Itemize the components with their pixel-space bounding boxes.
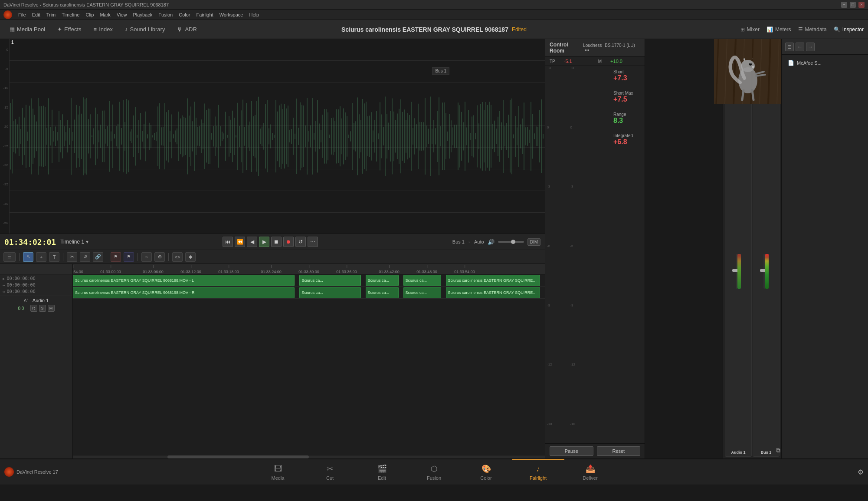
menu-item-edit[interactable]: Edit [32,12,40,17]
clip-2[interactable]: Sciurus ca... [299,275,360,286]
timeline-scrollbar[interactable] [73,455,545,458]
maximize-button[interactable]: □ [850,2,856,8]
meter-bars: +30-3-6-9-12-18 +30-3-6-9-12-18 [545,66,610,443]
skip-back-button[interactable]: ⏮ [223,237,233,247]
track-m-button[interactable]: M [48,305,55,312]
text-tool-button[interactable]: T [49,252,59,262]
clip-3[interactable]: Sciurus ca... [366,275,399,286]
clip-4[interactable]: Sciurus ca... [403,275,441,286]
clip-8[interactable]: Sciurus ca... [366,287,399,298]
clip-1[interactable]: Sciurus carolinensis EASTERN GRAY SQUIRR… [73,275,295,286]
link-button[interactable]: 🔗 [93,252,103,262]
menu-item-playback[interactable]: Playback [133,12,153,17]
in-icon-small: ↤ [3,283,5,287]
record-button[interactable]: ⏺ [283,237,294,247]
left-tracks-area: 0 -5 -10 -15 -20 -25 -30 -35 -40 -50 1 [0,39,545,458]
meters-button[interactable]: 📊 Meters [766,26,791,33]
menu-item-trim[interactable]: Trim [46,12,56,17]
menu-item-workspace[interactable]: Workspace [219,12,243,17]
track-r-button[interactable]: R [30,305,37,312]
timeline-ruler: 01:32:54:00 01:33:00:00 01:33:06:00 01:3… [73,264,545,274]
stop-button[interactable]: ⏹ [271,237,282,247]
blade-tool-button[interactable]: + [36,252,46,262]
mixer-label: Mixer [747,26,760,33]
close-button[interactable]: × [858,2,865,8]
loudness-values: Short +7.3 Short Max +7.5 Range 8.3 Inte… [610,66,645,443]
nav-edit[interactable]: 🎬 Edit [356,459,408,485]
keyframe-button[interactable]: <> [172,252,183,262]
tab-sound-library[interactable]: ♪ Sound Library [120,23,170,35]
clip-9[interactable]: Sciurus ca... [403,287,441,298]
pause-button[interactable]: Pause [550,446,593,456]
loop-button[interactable]: ↺ [295,237,306,247]
link2-button[interactable]: ⊕ [154,252,165,262]
play-back-button[interactable]: ◀ [247,237,257,247]
audio-track-lane-l: Sciurus carolinensis EASTERN GRAY SQUIRR… [73,274,545,287]
menu-item-view[interactable]: View [117,12,127,17]
inspector-back-button[interactable]: ← [796,43,804,51]
volume-slider[interactable] [498,241,524,243]
selector-tool-button[interactable]: ↖ [23,252,33,262]
clip-6[interactable]: Sciurus carolinensis EASTERN GRAY SQUIRR… [73,287,295,298]
inspector-nav-windows[interactable]: ⊟ [785,43,794,51]
nav-cut-label: Cut [326,475,334,481]
audio-fx-button[interactable]: ~ [141,252,152,262]
tab-index[interactable]: ≡ Index [88,23,118,35]
tab-media-pool[interactable]: ▦ Media Pool [4,23,50,35]
more-button[interactable]: ⋯ [308,237,318,247]
minimize-button[interactable]: − [841,2,847,8]
settings-button[interactable]: ⚙ [858,468,864,476]
fast-back-button[interactable]: ⏪ [235,237,245,247]
loudness-more[interactable]: ••• [585,48,590,53]
timeline-selector[interactable]: Timeline 1 ▾ [60,239,88,245]
menu-item-fusion[interactable]: Fusion [158,12,173,17]
inspector-forward-button[interactable]: → [806,43,815,51]
clip-10[interactable]: Sciurus carolinensis EASTERN GRAY SQUIRR… [446,287,540,298]
loop-edit-button[interactable]: ↺ [80,252,90,262]
reset-button[interactable]: Reset [597,446,641,456]
menu-item-fairlight[interactable]: Fairlight [197,12,213,17]
menu-item-help[interactable]: Help [249,12,259,17]
metadata-button[interactable]: ☰ Metadata [798,26,827,33]
menu-item-timeline[interactable]: Timeline [62,12,79,17]
timeline-dropdown-icon[interactable]: ▾ [86,239,88,245]
timecode-3: 00:00:00:00 [7,289,35,294]
nav-deliver[interactable]: 📤 Deliver [564,459,616,485]
menu-item-clip[interactable]: Clip [85,12,94,17]
clip-7[interactable]: Sciurus ca... [299,287,360,298]
menu-item-mark[interactable]: Mark [100,12,110,17]
ruler-mark-8: 01:33:42:00 [379,270,400,274]
marker-button[interactable]: ◆ [185,252,196,262]
timeline-scrollbar-thumb[interactable] [167,455,309,458]
volume-icon: 🔊 [488,239,495,245]
tab-adr[interactable]: 🎙 ADR [172,23,202,35]
track-header-collapse-button[interactable]: ☰ [3,252,16,262]
nav-fusion[interactable]: ⬡ Fusion [408,459,460,485]
toolbar-right: ⊞ Mixer 📊 Meters ☰ Metadata 🔍 Inspector [740,26,864,33]
sound-library-label: Sound Library [130,26,165,33]
mixer-button[interactable]: ⊞ Mixer [740,26,760,33]
flag-blue-button[interactable]: ⚑ [124,252,134,262]
track-s-button[interactable]: S [39,305,46,312]
inspector-button[interactable]: 🔍 Inspector [834,26,864,33]
dim-button[interactable]: DIM [527,238,540,246]
cut-icon: ✂ [327,464,333,474]
menu-item-color[interactable]: Color [179,12,190,17]
nav-media[interactable]: 🎞 Media [252,459,304,485]
nav-fairlight[interactable]: ♪ Fairlight [512,459,564,485]
m-value: +10.0 [610,59,622,64]
inspector-icon: 🔍 [834,26,840,33]
short-loudness: Short +7.3 [613,69,641,82]
flag-red-button[interactable]: ⚑ [111,252,121,262]
clip-5[interactable]: Sciurus carolinensis EASTERN GRAY SQUIRR… [446,275,540,286]
tab-effects[interactable]: ✦ Effects [52,23,87,35]
range-loudness: Range 8.3 [613,112,641,125]
inspector-file-item[interactable]: 📄 McAfee S... [785,58,865,68]
nav-cut[interactable]: ✂ Cut [304,459,356,485]
edit-toolbar: ☰ ↖ + T ✂ ↺ 🔗 ⚑ ⚑ ~ ⊕ <> ◆ [0,250,545,264]
nav-color[interactable]: 🎨 Color [460,459,512,485]
davinci-logo [4,467,14,477]
play-button[interactable]: ▶ [259,237,269,247]
cut-button[interactable]: ✂ [67,252,77,262]
menu-item-file[interactable]: File [18,12,26,17]
